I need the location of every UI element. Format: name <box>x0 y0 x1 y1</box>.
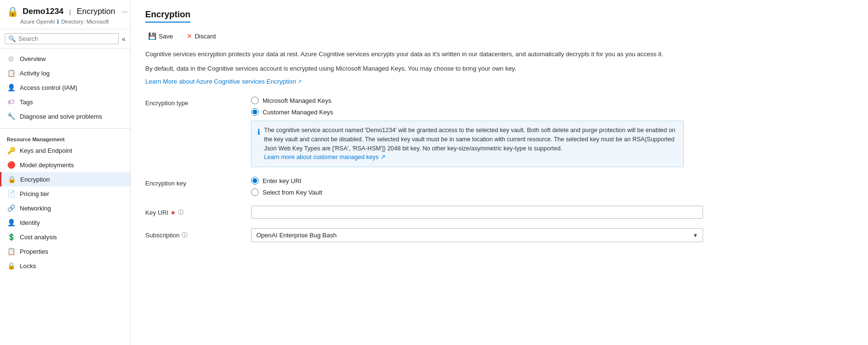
enter-key-uri-option[interactable]: Enter key URI <box>251 177 854 185</box>
identity-icon: 👤 <box>7 219 15 226</box>
page-title: Encryption <box>145 10 190 23</box>
description-2: By default, data in the Cognitive servic… <box>145 64 722 74</box>
resource-header: 🔒 Demo1234 | Encryption ··· Azure OpenAI… <box>0 0 130 29</box>
sidebar-item-model-deployments[interactable]: 🔴 Model deployments <box>0 158 130 172</box>
learn-more-cmk-text: Learn more about customer managed keys <box>264 154 378 160</box>
networking-icon: 🔗 <box>7 204 15 212</box>
sidebar-item-networking[interactable]: 🔗 Networking <box>0 201 130 215</box>
sidebar-item-overview[interactable]: ⊙ Overview <box>0 51 130 66</box>
locks-label: Locks <box>20 262 36 270</box>
activity-log-label: Activity log <box>20 70 50 77</box>
properties-icon: 📋 <box>7 247 15 255</box>
resource-management-label: Resource Management <box>0 134 130 143</box>
encryption-type-section: Encryption type Microsoft Managed Keys C… <box>145 97 854 167</box>
identity-label: Identity <box>20 219 40 226</box>
cost-analysis-icon: 💲 <box>7 233 15 241</box>
select-key-vault-label: Select from Key Vault <box>263 189 322 196</box>
save-button[interactable]: 💾 Save <box>145 30 176 42</box>
subscription-select[interactable]: OpenAI Enterprise Bug Bash <box>251 228 703 242</box>
save-icon: 💾 <box>148 32 156 40</box>
resource-lock-icon: 🔒 <box>7 6 19 17</box>
sidebar-item-locks[interactable]: 🔒 Locks <box>0 259 130 273</box>
resource-page: Encryption <box>76 7 115 16</box>
tags-icon: 🏷 <box>7 98 15 106</box>
info-box-text: The cognitive service account named 'Dem… <box>264 127 675 152</box>
overview-label: Overview <box>20 55 46 62</box>
keys-icon: 🔑 <box>7 147 15 154</box>
info-box-content: The cognitive service account named 'Dem… <box>264 126 678 162</box>
key-uri-label-text: Key URI <box>145 209 168 216</box>
main-content-area: Encryption 💾 Save ✕ Discard Cognitive se… <box>131 0 868 345</box>
select-key-vault-option[interactable]: Select from Key Vault <box>251 188 854 196</box>
info-box-icon: ℹ <box>257 126 260 162</box>
microsoft-managed-keys-radio[interactable] <box>251 97 259 104</box>
discard-button[interactable]: ✕ Discard <box>184 30 219 42</box>
sidebar-item-activity-log[interactable]: 📋 Activity log <box>0 66 130 80</box>
learn-more-cmk-link[interactable]: Learn more about customer managed keys ↗ <box>264 154 386 160</box>
sidebar-item-tags[interactable]: 🏷 Tags <box>0 95 130 109</box>
customer-managed-keys-info-box: ℹ The cognitive service account named 'D… <box>251 121 684 167</box>
diagnose-label: Diagnose and solve problems <box>20 113 102 120</box>
encryption-icon: 🔒 <box>7 175 16 183</box>
sidebar-item-properties[interactable]: 📋 Properties <box>0 244 130 259</box>
sidebar-item-identity[interactable]: 👤 Identity <box>0 215 130 230</box>
required-star: ★ <box>170 209 176 216</box>
encryption-key-radio-group: Enter key URI Select from Key Vault <box>251 177 854 196</box>
save-label: Save <box>159 33 173 40</box>
iam-icon: 👤 <box>7 84 15 91</box>
pricing-tier-icon: 📄 <box>7 190 15 197</box>
encryption-key-section: Encryption key Enter key URI Select from… <box>145 177 854 196</box>
activity-log-icon: 📋 <box>7 69 15 77</box>
nav-divider <box>0 128 130 129</box>
subscription-info-icon[interactable]: ⓘ <box>182 231 188 239</box>
service-type-label: Azure OpenAI <box>20 19 55 25</box>
subscription-form-label: Subscription ⓘ <box>145 228 251 239</box>
collapse-sidebar-button[interactable]: « <box>122 35 126 43</box>
microsoft-managed-keys-option[interactable]: Microsoft Managed Keys <box>251 97 854 104</box>
cost-analysis-label: Cost analysis <box>20 234 57 241</box>
microsoft-managed-keys-label: Microsoft Managed Keys <box>263 97 331 104</box>
directory-label: Directory: Microsoft <box>61 19 109 25</box>
resource-name: Demo1234 <box>23 7 63 16</box>
ellipsis-menu-button[interactable]: ··· <box>122 8 128 15</box>
discard-icon: ✕ <box>187 32 192 40</box>
key-uri-info-icon[interactable]: ⓘ <box>178 209 184 217</box>
enter-key-uri-label: Enter key URI <box>263 177 302 185</box>
key-uri-input[interactable] <box>251 206 703 219</box>
overview-icon: ⊙ <box>7 55 15 62</box>
resource-separator: | <box>69 8 71 15</box>
sidebar-item-keys-endpoint[interactable]: 🔑 Keys and Endpoint <box>0 143 130 158</box>
sidebar-item-access-control[interactable]: 👤 Access control (IAM) <box>0 80 130 95</box>
sidebar-item-diagnose[interactable]: 🔧 Diagnose and solve problems <box>0 109 130 123</box>
networking-label: Networking <box>20 205 51 212</box>
encryption-key-label: Encryption key <box>145 177 251 187</box>
sidebar-item-pricing-tier[interactable]: 📄 Pricing tier <box>0 186 130 201</box>
tags-label: Tags <box>20 99 33 106</box>
pricing-tier-label: Pricing tier <box>20 190 49 197</box>
key-uri-field <box>251 206 854 219</box>
subscription-field: OpenAI Enterprise Bug Bash ▼ <box>251 228 854 242</box>
nav-section-general: ⊙ Overview 📋 Activity log 👤 Access contr… <box>0 49 130 126</box>
search-input[interactable] <box>18 35 115 42</box>
toolbar: 💾 Save ✕ Discard <box>145 30 854 42</box>
encryption-type-radio-group: Microsoft Managed Keys Customer Managed … <box>251 97 854 116</box>
model-deployments-label: Model deployments <box>20 161 74 169</box>
encryption-key-field: Enter key URI Select from Key Vault <box>251 177 854 196</box>
properties-label: Properties <box>20 248 48 255</box>
select-key-vault-radio[interactable] <box>251 188 259 196</box>
subscription-select-wrap: OpenAI Enterprise Bug Bash ▼ <box>251 228 703 242</box>
encryption-type-field: Microsoft Managed Keys Customer Managed … <box>251 97 854 167</box>
encryption-type-label: Encryption type <box>145 97 251 107</box>
sidebar-item-cost-analysis[interactable]: 💲 Cost analysis <box>0 230 130 244</box>
sidebar-item-encryption[interactable]: 🔒 Encryption <box>0 172 130 186</box>
search-input-wrap: 🔍 <box>5 33 119 44</box>
customer-managed-keys-option[interactable]: Customer Managed Keys <box>251 108 854 116</box>
cmk-external-icon: ↗ <box>380 154 386 160</box>
search-bar: 🔍 « <box>0 29 130 49</box>
customer-managed-keys-radio[interactable] <box>251 108 259 116</box>
learn-more-cognitive-link[interactable]: Learn More about Azure Cognitive service… <box>145 78 302 85</box>
info-icon[interactable]: ℹ <box>57 18 59 25</box>
enter-key-uri-radio[interactable] <box>251 177 259 185</box>
locks-icon: 🔒 <box>7 262 15 270</box>
learn-more-cognitive-text: Learn More about Azure Cognitive service… <box>145 78 296 85</box>
